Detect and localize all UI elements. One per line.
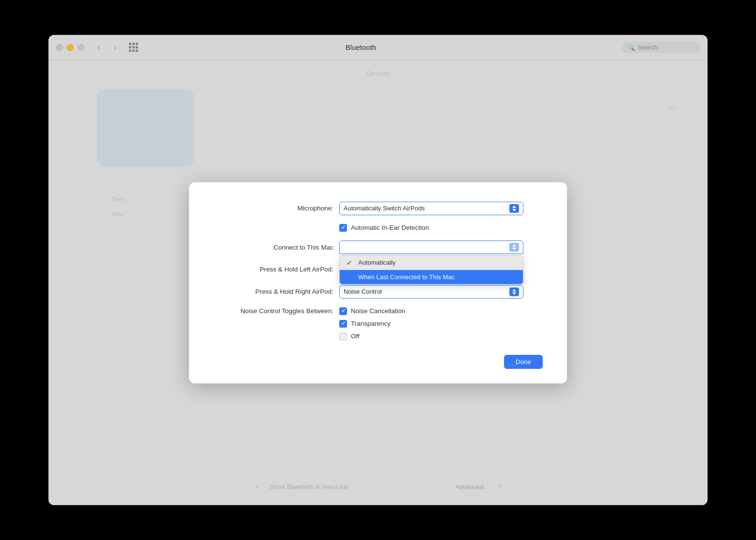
title-bar: ‹ › Bluetooth 🔍 Search xyxy=(48,35,708,60)
connect-dropdown-wrapper: ✓ Automatically When Last Connected to T… xyxy=(339,240,523,254)
press-hold-right-arrow-icon xyxy=(509,287,519,296)
noise-cancellation-checkbox[interactable]: ✓ xyxy=(339,307,347,315)
done-button[interactable]: Done xyxy=(504,355,543,369)
microphone-label: Microphone: xyxy=(213,204,339,213)
connect-row: Connect to This Mac ✓ Auto xyxy=(213,240,543,254)
connect-select[interactable] xyxy=(339,240,523,254)
microphone-arrow-icon xyxy=(509,204,519,213)
press-hold-right-select[interactable]: Noise Control xyxy=(339,285,523,299)
transparency-row: ✓ Transparency xyxy=(339,320,406,328)
button-row: Done xyxy=(213,355,543,369)
noise-toggles-label: Noise Control Toggles Between: xyxy=(213,307,339,340)
modal-sheet: Microphone: Automatically Switch AirPods… xyxy=(189,182,567,383)
noise-toggles-section: Noise Control Toggles Between: ✓ Noise C… xyxy=(213,307,543,340)
mac-window: ‹ › Bluetooth 🔍 Search Devices ons Turn … xyxy=(48,35,708,505)
connect-option-automatically[interactable]: ✓ Automatically xyxy=(340,255,523,270)
off-row: Off xyxy=(339,333,406,340)
microphone-value: Automatically Switch AirPods xyxy=(344,205,425,212)
checkmark-icon: ✓ xyxy=(346,259,354,267)
checkmark-icon: ✓ xyxy=(341,321,346,326)
noise-toggles-list: ✓ Noise Cancellation ✓ Transparency xyxy=(339,307,406,340)
auto-ear-label: Automatic In-Ear Detection xyxy=(351,224,429,231)
microphone-select[interactable]: Automatically Switch AirPods xyxy=(339,202,523,215)
auto-ear-checkbox[interactable]: ✓ xyxy=(339,224,347,232)
press-hold-right-row: Press & Hold Right AirPod: Noise Control xyxy=(213,285,543,299)
close-button[interactable] xyxy=(56,44,63,51)
checkmark-icon: ✓ xyxy=(341,225,346,230)
connect-option-when-last[interactable]: When Last Connected to This Mac xyxy=(340,270,523,284)
traffic-lights xyxy=(56,44,84,51)
connect-option-when-last-label: When Last Connected to This Mac xyxy=(358,273,455,281)
noise-cancellation-label: Noise Cancellation xyxy=(351,307,406,315)
main-content: Devices ons Turn Now ✓ Show Bluetooth in… xyxy=(48,60,708,505)
microphone-row: Microphone: Automatically Switch AirPods xyxy=(213,202,543,215)
off-checkbox[interactable] xyxy=(339,333,347,340)
search-icon: 🔍 xyxy=(627,44,635,51)
auto-ear-checkbox-group: ✓ Automatic In-Ear Detection xyxy=(339,224,429,232)
transparency-checkbox[interactable]: ✓ xyxy=(339,320,347,328)
press-hold-right-value: Noise Control xyxy=(344,288,382,295)
off-label: Off xyxy=(351,333,360,340)
auto-ear-row: ✓ Automatic In-Ear Detection xyxy=(213,224,543,232)
search-bar[interactable]: 🔍 Search xyxy=(622,42,700,53)
connect-label: Connect to This Mac xyxy=(213,240,339,252)
connect-arrow-icon xyxy=(509,243,519,252)
connect-option-auto-label: Automatically xyxy=(358,259,395,266)
window-title: Bluetooth xyxy=(99,43,622,51)
press-hold-right-label: Press & Hold Right AirPod: xyxy=(213,287,339,296)
search-placeholder: Search xyxy=(638,44,658,51)
press-hold-left-label: Press & Hold Left AirPod: xyxy=(213,265,339,274)
connect-dropdown-menu: ✓ Automatically When Last Connected to T… xyxy=(339,255,523,285)
noise-cancellation-row: ✓ Noise Cancellation xyxy=(339,307,406,315)
minimize-button[interactable] xyxy=(67,44,74,51)
transparency-label: Transparency xyxy=(351,320,391,327)
checkmark-icon: ✓ xyxy=(341,308,346,314)
maximize-button[interactable] xyxy=(78,44,84,51)
